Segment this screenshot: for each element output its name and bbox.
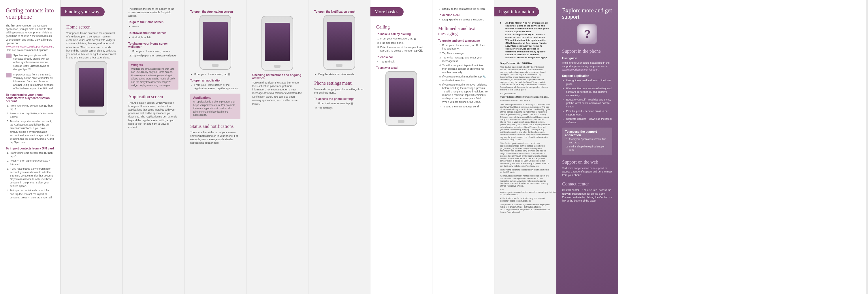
legal-para: All rights reserved. [500,92,550,95]
phone-mock-apps [199,15,231,70]
intro: The first time you open the Contacts app… [6,24,55,52]
list-browse-home: Flick right or left. [128,36,179,39]
warning-icon: ! [500,22,504,25]
steps-create-message: From your Home screen, tap ▦, then find … [438,43,488,108]
bullet: From your Home screen or the Application… [194,83,241,90]
option-sync: Synchronise your phone with contacts alr… [6,54,55,71]
step: Enter the number of the recipient and ta… [380,45,426,53]
list-open-app-screen: From your Home screen, tap ▦. [190,72,241,76]
box-body: An application is a phone program that h… [193,100,238,117]
step: From your Home screen, tap ▦, then tap ⟲… [10,104,55,111]
list-answer: Drag ▶ to the right across the screen. [438,7,488,11]
settings-menu-desc: View and change your phone settings from… [314,88,364,94]
step: To import an individual contact, find an… [10,189,55,199]
title-explore: Explore more and get support [562,7,612,20]
step: To set up a synchronisation account, tap… [10,120,55,144]
phone-mock-call [385,71,417,126]
link-support[interactable]: www.sonyericsson.com/support [562,68,598,71]
bullet: Drag ▶ to the right across the screen. [442,7,488,11]
panel-blank [742,0,804,294]
panel-blank [618,0,680,294]
heading-create-message: To create and send a message [438,39,488,42]
heading-end-call: To end a call [376,56,426,59]
legal-para: This product is protected by certain int… [500,204,550,214]
option-sim-text: Import contacts from a SIM card. You may… [13,73,55,90]
step: If you want to add or remove recipients … [442,83,488,104]
step: Tap Write message and enter your message… [442,56,488,63]
bullet: Flick right or left. [132,36,179,39]
text: Visit [562,167,568,170]
box-title: Applications [193,96,238,99]
step: Find and tap the required support item. [569,145,610,152]
bullet: Drag the status bar downwards. [318,72,364,76]
bullet: Educate yourself – read tips and tricks,… [566,98,612,108]
legal-para: All product and company names mentioned … [500,175,550,188]
panel-finding-way-left: Finding your way Home screen Your phone … [61,0,123,294]
step: If you have set up a synchronisation acc… [10,167,55,188]
step: To add a recipient, tap Add recipient, t… [442,64,488,74]
bullet: Tap End call. [380,60,426,63]
heading-app-screen: Application screen [128,94,179,99]
step: If you want to add a media file, tap 📎 a… [442,75,488,82]
heading-home-screen: Home screen [66,25,117,30]
link-contacts-support[interactable]: www.sonyericsson.com/support/contacts [6,45,53,48]
box-widgets: Widgets Widgets are small applications t… [128,61,179,90]
panel-app-open: To open the Application screen From your… [185,0,246,294]
pill-finding: Finding your way [61,7,105,17]
step: From the Home screen, tap ▦. [318,102,364,105]
bullet: Email support – send an email to our sup… [566,109,612,116]
status-desc: The status bar at the top of your screen… [190,131,241,145]
panel-more-basics: More basics Calling To make a call by di… [370,0,432,294]
step: From your Application screen, find and t… [569,138,610,144]
legal-para: This Startup guide is published by Sony … [500,66,550,91]
heading-settings-menu: Phone settings menu [314,80,364,86]
heading-sync-account: To synchronise your phone contacts with … [6,93,55,103]
help-icon: ? [577,24,597,44]
box-title: To access the support application [565,130,610,137]
app-screen-desc: The Application screen, which you open f… [128,101,179,129]
panel-legal: Legal information ! Android Market™ is n… [494,0,556,294]
bullet: Drag ◀ to the left across the screen. [442,18,488,21]
bullet: User guide – read and search the User gu… [566,78,612,86]
heading-check-notifications: Checking notifications and ongoing activ… [252,73,302,80]
step: Press ≡, then tap Import contacts > SIM … [10,159,55,166]
bullet: Phone optimizer – enhance battery and so… [566,87,612,97]
sync-icon [6,54,11,58]
support-web-desc: Visit www.sonyericsson.com/support to ac… [562,166,612,177]
intro-text: The first time you open the Contacts app… [6,24,52,45]
step: From your Home screen, tap ▦, then find … [442,43,488,51]
steps-access-support: From your Application screen, find and t… [565,138,610,152]
step: Tap Wallpaper, then select a wallpaper. [132,54,179,57]
home-screen-desc: Your phone Home screen is the equivalent… [66,31,117,59]
step: Find and tap Phone. [380,41,426,45]
step: From your Home screen, tap ▦. [380,37,426,40]
panel-contacts: Getting contacts into your phone The fir… [0,0,61,294]
step: From your Home screen, press ≡. [132,50,179,53]
legal-para: This Startup guide may reference service… [500,142,550,168]
steps-access-settings: From the Home screen, tap ▦. Tap Setting… [314,102,364,109]
panel-blank [680,0,742,294]
check-notifications-desc: You can drag down the status bar to open… [252,81,302,105]
heading-contact-center: Contact center [562,182,612,187]
contact-center-desc: Contact center – if all else fails. Acce… [562,188,612,202]
list-go-home: Press ⌂. [128,25,179,28]
step: Tap Settings. [318,106,364,110]
step: Press ≡, then tap Settings > Accounts & … [10,112,55,119]
box-body: Widgets are small applications that you … [131,67,176,87]
panel-finding-way-right: The items in the bar at the bottom of th… [123,0,185,294]
heading-open-notif-panel: To open the Notification panel [314,10,364,13]
steps-wallpaper: From your Home screen, press ≡. Tap Wall… [128,50,179,57]
legal-para: Remove the battery to see regulatory inf… [500,169,550,174]
heading-support-web: Support on the web [562,160,612,165]
text: A full-length User guide is available in… [562,61,610,68]
box-title: Widgets [131,63,176,67]
heading-mms: Multimedia and text messaging [438,26,488,36]
heading-access-settings: To access the phone settings [314,97,364,100]
phone-mock-notif [261,16,293,70]
legal-para: Publication number: 1245-2926.1 [500,100,550,102]
phone-mock-panel [323,15,355,70]
box-access-support: To access the support application From y… [562,128,612,155]
heading-answer-call: To answer a call [376,66,426,69]
link-support-web[interactable]: www.sonyericsson.com/support [568,167,604,170]
legal-para: Visit www.sonyericsson.com/cws/corporate… [500,189,550,196]
